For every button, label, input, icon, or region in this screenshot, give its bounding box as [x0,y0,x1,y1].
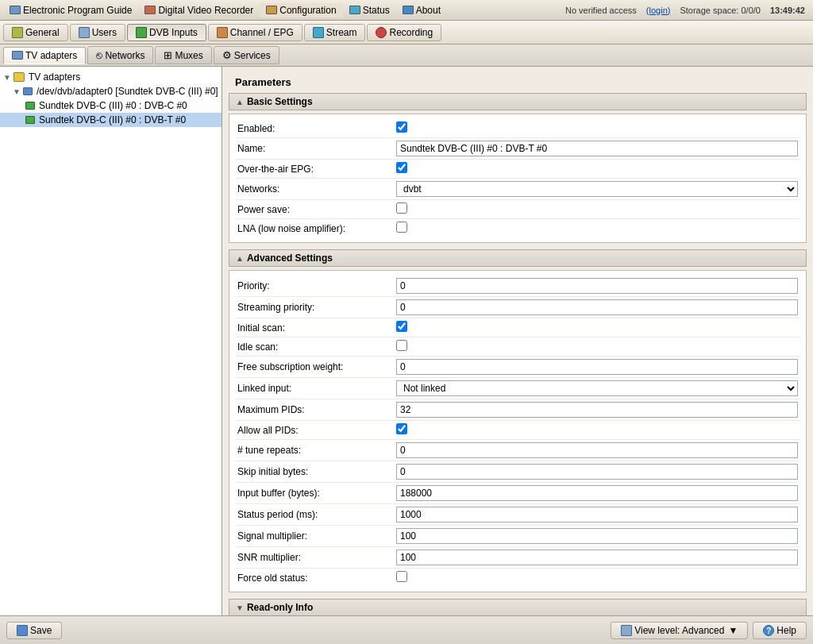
menu-about-label: About [416,5,441,16]
tab-networks[interactable]: ⎋ Networks [87,46,153,64]
tree-root[interactable]: ▼ TV adapters [0,70,222,84]
menu-epg[interactable]: Electronic Program Guide [3,3,138,17]
input-max-pids[interactable] [396,402,798,418]
menu-dvr[interactable]: Digital Video Recorder [138,3,260,17]
input-input-buffer[interactable] [396,485,798,501]
label-lna: LNA (low noise amplifier): [237,223,396,234]
label-free-sub-weight: Free subscription weight: [237,361,396,372]
tab-muxes[interactable]: ⊞ Muxes [155,46,211,64]
label-tune-repeats: # tune repeats: [237,445,396,456]
access-status: No verified access [561,6,642,15]
services-tab-icon: ⚙ [222,49,232,61]
value-snr-multiplier [396,550,798,565]
input-priority[interactable] [396,278,798,294]
tv-tab-icon [12,51,23,60]
recording-icon [376,27,387,38]
tab-services[interactable]: ⚙ Services [214,46,279,64]
help-button[interactable]: ? Help [753,622,807,639]
menu-status[interactable]: Status [343,3,396,17]
network-tab-icon: ⎋ [96,49,102,61]
btn-dvb-inputs[interactable]: DVB Inputs [127,24,206,41]
field-enabled: Enabled: [236,119,800,138]
btn-stream[interactable]: Stream [304,24,366,41]
field-idle-scan: Idle scan: [236,337,800,357]
readonly-info-label: Read-only Info [247,602,313,613]
select-networks[interactable]: dvbt [396,181,798,197]
field-free-sub-weight: Free subscription weight: [236,357,800,378]
field-lna: LNA (low noise amplifier): [236,219,800,237]
field-priority: Priority: [236,276,800,297]
input-skip-initial[interactable] [396,464,798,480]
tree-child1[interactable]: Sundtek DVB-C (III) #0 : DVB-C #0 [0,98,222,113]
menu-config-label: Configuration [279,5,336,16]
view-level-button[interactable]: View level: Advanced ▼ [611,622,748,639]
value-initial-scan [396,321,798,334]
top-menubar: Electronic Program Guide Digital Video R… [0,0,813,21]
about-icon [403,6,414,14]
advanced-settings-header[interactable]: ▲ Advanced Settings [229,249,807,267]
toolbar: General Users DVB Inputs Channel / EPG S… [0,21,813,44]
input-power-save[interactable] [396,202,407,214]
save-button[interactable]: Save [6,622,62,639]
readonly-collapse-arrow: ▼ [236,604,244,612]
input-lna[interactable] [396,222,407,233]
label-ota-epg: Over-the-air EPG: [237,164,396,175]
input-status-period[interactable] [396,507,798,523]
tree-child2[interactable]: Sundtek DVB-C (III) #0 : DVB-T #0 [0,113,222,127]
btn-recording[interactable]: Recording [367,24,441,41]
value-ota-epg [396,162,798,175]
save-label: Save [30,625,52,636]
field-initial-scan: Initial scan: [236,318,800,337]
input-stream-priority[interactable] [396,299,798,315]
value-skip-initial [396,464,798,480]
panel-title: Parameters [229,73,807,93]
input-tune-repeats[interactable] [396,442,798,458]
field-tune-repeats: # tune repeats: [236,440,800,461]
input-name[interactable] [396,141,798,156]
input-idle-scan[interactable] [396,340,407,351]
menu-about[interactable]: About [396,3,447,17]
input-snr-multiplier[interactable] [396,550,798,565]
value-priority [396,278,798,294]
readonly-info-header[interactable]: ▼ Read-only Info [229,599,807,615]
status-icon [349,6,360,14]
field-allow-all-pids: Allow all PIDs: [236,421,800,440]
input-allow-all-pids[interactable] [396,423,407,434]
field-signal-multiplier: Signal multiplier: [236,526,800,547]
basic-collapse-arrow: ▲ [236,98,244,106]
value-idle-scan [396,340,798,353]
login-link[interactable]: (login) [642,6,676,15]
field-force-old-status: Force old status: [236,569,800,587]
menu-config[interactable]: Configuration [260,3,342,17]
input-free-sub-weight[interactable] [396,359,798,375]
tabbar: TV adapters ⎋ Networks ⊞ Muxes ⚙ Service… [0,44,813,67]
input-enabled[interactable] [396,121,407,133]
basic-settings-header[interactable]: ▲ Basic Settings [229,93,807,110]
tab-tv-adapters[interactable]: TV adapters [3,47,86,64]
label-priority: Priority: [237,280,396,291]
btn-users[interactable]: Users [70,24,125,41]
dvbc-icon [25,102,35,110]
bottom-bar: Save View level: Advanced ▼ ? Help [0,615,813,644]
input-initial-scan[interactable] [396,321,407,332]
value-signal-multiplier [396,528,798,544]
label-name: Name: [237,143,396,154]
input-signal-multiplier[interactable] [396,528,798,544]
advanced-settings-body: Priority: Streaming priority: Initial sc… [229,270,807,592]
value-power-save [396,202,798,216]
help-icon: ? [763,625,774,636]
label-signal-multiplier: Signal multiplier: [237,530,396,542]
value-networks: dvbt [396,181,798,197]
btn-general[interactable]: General [3,24,68,41]
tree-adapter[interactable]: ▼ /dev/dvb/adapter0 [Sundtek DVB-C (III)… [0,84,222,98]
label-status-period: Status period (ms): [237,509,396,520]
mux-tab-icon: ⊞ [164,49,172,61]
menu-epg-label: Electronic Program Guide [23,5,132,16]
advanced-collapse-arrow: ▲ [236,254,244,263]
field-stream-priority: Streaming priority: [236,297,800,318]
input-ota-epg[interactable] [396,162,407,173]
btn-channel-epg[interactable]: Channel / EPG [208,24,302,41]
value-name [396,141,798,156]
input-force-old-status[interactable] [396,571,407,582]
select-linked-input[interactable]: Not linked [396,380,798,396]
